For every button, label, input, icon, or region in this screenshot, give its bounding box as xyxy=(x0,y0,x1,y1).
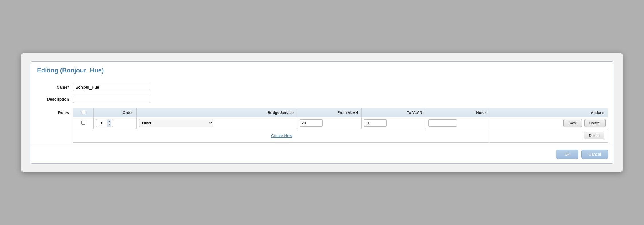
table-row: ▲ ▼ Other HTTP HTTPS xyxy=(73,117,608,129)
from-vlan-header: From VLAN xyxy=(297,108,361,117)
order-spinner: ▲ ▼ xyxy=(96,119,113,127)
name-input[interactable] xyxy=(73,84,150,91)
name-row: Name* xyxy=(30,81,614,93)
notes-input[interactable] xyxy=(428,119,457,127)
dialog-title: Editing (Bonjour_Hue) xyxy=(30,62,614,78)
rules-table: Order Bridge Service From VLAN To VLAN xyxy=(73,108,608,143)
checkbox-header xyxy=(73,108,94,117)
to-vlan-header: To VLAN xyxy=(362,108,426,117)
bridge-service-select[interactable]: Other HTTP HTTPS FTP DNS DHCP Custom xyxy=(139,119,213,127)
notes-cell xyxy=(426,117,490,129)
order-input[interactable] xyxy=(96,120,107,126)
rules-row: Rules Order xyxy=(30,105,614,145)
row-checkbox[interactable] xyxy=(81,121,85,125)
spinner-down-button[interactable]: ▼ xyxy=(107,123,111,127)
bridge-service-cell: Other HTTP HTTPS FTP DNS DHCP Custom xyxy=(136,117,297,129)
to-vlan-cell xyxy=(362,117,426,129)
description-input[interactable] xyxy=(73,96,150,103)
cancel-dialog-button[interactable]: Cancel xyxy=(581,150,608,159)
delete-cell: Delete xyxy=(490,129,608,143)
actions-cell: Save Cancel xyxy=(490,117,608,129)
name-label: Name* xyxy=(36,84,73,90)
description-row: Description xyxy=(30,93,614,105)
row-checkbox-cell xyxy=(73,117,94,129)
select-all-checkbox[interactable] xyxy=(82,110,85,114)
order-cell: ▲ ▼ xyxy=(94,117,137,129)
create-new-cell: Create New xyxy=(73,129,490,143)
create-new-row: Create New Delete xyxy=(73,129,608,143)
bridge-service-header: Bridge Service xyxy=(136,108,297,117)
dialog-title-text: Editing (Bonjour_Hue) xyxy=(37,67,104,74)
create-new-button[interactable]: Create New xyxy=(271,133,292,138)
rules-section: Order Bridge Service From VLAN To VLAN xyxy=(73,108,608,143)
spinner-up-button[interactable]: ▲ xyxy=(107,119,111,123)
spinner-arrows: ▲ ▼ xyxy=(107,119,111,127)
table-header-row: Order Bridge Service From VLAN To VLAN xyxy=(73,108,608,117)
ok-button[interactable]: OK xyxy=(556,150,578,159)
outer-panel: Editing (Bonjour_Hue) Name* Description … xyxy=(21,53,623,172)
cancel-row-button[interactable]: Cancel xyxy=(584,119,606,127)
dialog: Editing (Bonjour_Hue) Name* Description … xyxy=(30,61,614,164)
from-vlan-input[interactable] xyxy=(300,119,323,127)
notes-header: Notes xyxy=(426,108,490,117)
save-button[interactable]: Save xyxy=(564,119,582,127)
description-label: Description xyxy=(36,96,73,102)
actions-header: Actions xyxy=(490,108,608,117)
to-vlan-input[interactable] xyxy=(364,119,387,127)
form-body: Name* Description Rules xyxy=(30,78,614,163)
order-header: Order xyxy=(94,108,137,117)
rules-label: Rules xyxy=(36,108,73,115)
footer-row: OK Cancel xyxy=(30,145,614,163)
from-vlan-cell xyxy=(297,117,361,129)
delete-button[interactable]: Delete xyxy=(584,132,604,139)
